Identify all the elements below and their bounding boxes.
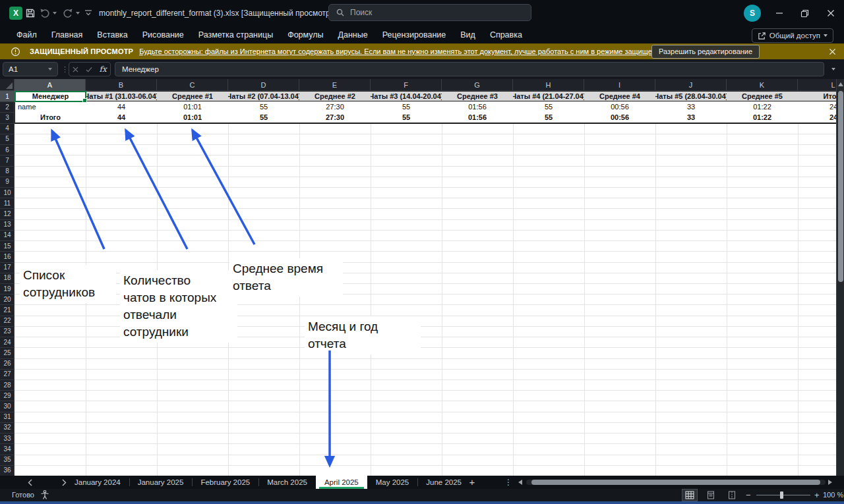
- col-header-E[interactable]: E: [299, 79, 371, 91]
- sheet-tab-april-2025[interactable]: April 2025: [316, 476, 367, 489]
- row-header-23[interactable]: 23: [0, 326, 15, 337]
- cell-J2[interactable]: 33: [655, 101, 727, 113]
- cell-F1[interactable]: Чаты #3 (14.04-20.04]: [371, 91, 442, 102]
- name-box[interactable]: A1: [3, 62, 58, 76]
- row-header-24[interactable]: 24: [0, 337, 15, 348]
- cell-E1[interactable]: Среднее #2: [299, 91, 371, 102]
- row-header-6[interactable]: 6: [0, 144, 15, 155]
- accessibility-icon[interactable]: [40, 490, 50, 500]
- row-header-10[interactable]: 10: [0, 187, 15, 198]
- redo-button[interactable]: [63, 8, 80, 18]
- row-header-1[interactable]: 1: [0, 91, 15, 102]
- menu-item-6[interactable]: Данные: [331, 26, 375, 43]
- row-header-9[interactable]: 9: [0, 177, 15, 188]
- cell-D3[interactable]: 55: [228, 112, 300, 123]
- cell-G1[interactable]: Среднее #3: [442, 91, 514, 102]
- col-header-I[interactable]: I: [584, 79, 655, 91]
- prev-sheet-button[interactable]: [25, 478, 34, 487]
- menu-item-2[interactable]: Вставка: [90, 26, 135, 43]
- cell-B2[interactable]: 44: [86, 101, 158, 113]
- row-header-4[interactable]: 4: [0, 123, 15, 134]
- col-header-J[interactable]: J: [655, 79, 727, 91]
- sheet-options-button[interactable]: ⋮: [504, 476, 513, 489]
- save-button[interactable]: [25, 8, 36, 18]
- row-header-26[interactable]: 26: [0, 358, 15, 370]
- excel-app-icon[interactable]: X: [9, 7, 22, 20]
- cell-I2[interactable]: 00:56: [584, 101, 656, 113]
- sheet-tab-february-2025[interactable]: February 2025: [192, 476, 258, 489]
- col-header-A[interactable]: A: [15, 79, 86, 91]
- row-header-31[interactable]: 31: [0, 412, 15, 423]
- zoom-slider-track[interactable]: [756, 495, 810, 495]
- col-header-F[interactable]: F: [371, 79, 442, 91]
- banner-close-button[interactable]: [826, 45, 839, 58]
- col-header-G[interactable]: G: [442, 79, 513, 91]
- col-header-C[interactable]: C: [157, 79, 228, 91]
- enable-editing-button[interactable]: Разрешить редактирование: [651, 45, 760, 59]
- expand-formula-bar-icon[interactable]: [831, 68, 835, 70]
- col-header-K[interactable]: K: [727, 79, 798, 91]
- page-break-view-button[interactable]: [724, 489, 740, 501]
- cell-F3[interactable]: 55: [371, 112, 442, 123]
- cell-I1[interactable]: Среднее #4: [584, 91, 656, 102]
- row-header-21[interactable]: 21: [0, 304, 15, 316]
- row-header-15[interactable]: 15: [0, 240, 15, 252]
- formula-bar-input[interactable]: Менеджер: [115, 62, 824, 76]
- row-header-35[interactable]: 35: [0, 455, 15, 466]
- search-input[interactable]: Поиск: [328, 4, 531, 21]
- cell-B3[interactable]: 44: [86, 112, 158, 123]
- row-header-8[interactable]: 8: [0, 166, 15, 177]
- cell-C1[interactable]: Среднее #1: [157, 91, 229, 102]
- cell-D2[interactable]: 55: [228, 101, 300, 113]
- cell-C3[interactable]: 01:01: [157, 112, 229, 123]
- undo-dropdown-icon[interactable]: [53, 12, 57, 14]
- close-window-button[interactable]: [818, 0, 844, 26]
- row-header-33[interactable]: 33: [0, 433, 15, 444]
- scroll-up-icon[interactable]: [838, 82, 843, 86]
- horizontal-scroll-thumb[interactable]: [531, 480, 820, 485]
- row-header-20[interactable]: 20: [0, 294, 15, 305]
- row-header-5[interactable]: 5: [0, 134, 15, 145]
- sheet-tab-may-2025[interactable]: May 2025: [367, 476, 418, 489]
- zoom-level-label[interactable]: 100 %: [823, 489, 843, 501]
- menu-item-7[interactable]: Рецензирование: [375, 26, 454, 43]
- row-header-22[interactable]: 22: [0, 316, 15, 327]
- vertical-scroll-thumb[interactable]: [838, 91, 843, 282]
- zoom-in-button[interactable]: +: [814, 489, 820, 501]
- insert-function-icon[interactable]: fx: [99, 65, 106, 74]
- cell-C2[interactable]: 01:01: [157, 101, 229, 113]
- zoom-slider-thumb[interactable]: [780, 491, 783, 499]
- menu-item-0[interactable]: Файл: [9, 26, 44, 43]
- row-header-13[interactable]: 13: [0, 219, 15, 231]
- row-header-28[interactable]: 28: [0, 379, 15, 391]
- cell-G3[interactable]: 01:56: [442, 112, 514, 123]
- hscroll-right-icon[interactable]: [828, 480, 832, 485]
- row-header-36[interactable]: 36: [0, 465, 15, 476]
- undo-button[interactable]: [40, 8, 57, 18]
- new-sheet-button[interactable]: +: [466, 476, 479, 489]
- menu-item-8[interactable]: Вид: [453, 26, 483, 43]
- minimize-button[interactable]: [766, 0, 793, 26]
- banner-message-link[interactable]: Будьте осторожны: файлы из Интернета мог…: [139, 47, 710, 55]
- row-header-32[interactable]: 32: [0, 422, 15, 434]
- menu-item-1[interactable]: Главная: [44, 26, 90, 43]
- sheet-tab-january-2025[interactable]: January 2025: [129, 476, 193, 489]
- cell-A3[interactable]: Итого: [15, 112, 86, 123]
- cell-A2[interactable]: name: [15, 101, 86, 113]
- cell-B1[interactable]: Чаты #1 (31.03-06.04]: [86, 91, 158, 102]
- row-header-25[interactable]: 25: [0, 347, 15, 358]
- row-header-7[interactable]: 7: [0, 155, 15, 166]
- restore-button[interactable]: [791, 0, 818, 26]
- name-box-dropdown-icon[interactable]: [48, 68, 52, 70]
- menu-item-5[interactable]: Формулы: [280, 26, 330, 43]
- sheet-tab-march-2025[interactable]: March 2025: [258, 476, 316, 489]
- row-header-11[interactable]: 11: [0, 198, 15, 209]
- cell-H2[interactable]: 55: [513, 101, 585, 113]
- row-header-19[interactable]: 19: [0, 283, 15, 294]
- row-header-16[interactable]: 16: [0, 251, 15, 262]
- hscroll-left-icon[interactable]: [518, 480, 522, 485]
- sheet-tab-june-2025[interactable]: June 2025: [417, 476, 470, 489]
- row-header-30[interactable]: 30: [0, 401, 15, 412]
- cell-G2[interactable]: 01:56: [442, 101, 514, 113]
- cell-K2[interactable]: 01:22: [727, 101, 799, 113]
